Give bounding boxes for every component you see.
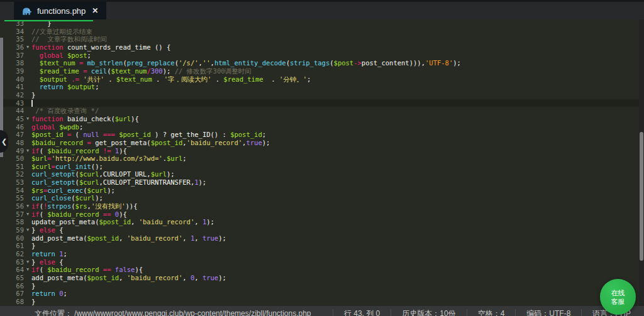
code-text[interactable]: $read_time = ceil($text_num/300); // 修改数… <box>31 67 252 75</box>
code-line[interactable]: 45▼function baidu_check($url){ <box>0 115 639 123</box>
code-text[interactable]: return $output; <box>31 83 99 91</box>
code-line[interactable]: 60add_post_meta($post_id, 'baidu_record'… <box>0 234 639 242</box>
text-cursor <box>31 100 33 107</box>
code-text[interactable]: curl_close($curl); <box>31 194 103 202</box>
fold-spacer <box>24 123 31 131</box>
code-text[interactable]: $baidu_record = get_post_meta($post_id,'… <box>31 139 270 147</box>
code-text[interactable]: curl_setopt($curl,CURLOPT_RETURNTRANSFER… <box>31 178 206 187</box>
code-line[interactable]: 48$baidu_record = get_post_meta($post_id… <box>0 139 639 147</box>
code-line[interactable]: 65add_post_meta($post_id, 'baidu_record'… <box>0 274 639 282</box>
code-text[interactable]: if(!strpos($rs,'没有找到')){ <box>31 202 138 210</box>
code-text[interactable]: } <box>31 91 35 99</box>
code-text[interactable]: return 1; <box>31 250 67 258</box>
fold-spacer <box>24 274 31 282</box>
code-line[interactable]: 53curl_setopt($curl,CURLOPT_RETURNTRANSF… <box>0 178 639 187</box>
code-line[interactable]: 42} <box>0 91 639 99</box>
code-text[interactable]: $post_id = ( null === $post_id ) ? get_t… <box>31 131 266 139</box>
editor-scrollbar-track[interactable] <box>639 19 644 306</box>
code-text[interactable]: if( $baidu_record == false){ <box>31 266 143 274</box>
code-line[interactable]: 39 $read_time = ceil($text_num/300); // … <box>0 67 639 75</box>
fold-arrow-icon[interactable]: ▼ <box>24 266 31 274</box>
code-line[interactable]: 54$rs=curl_exec($curl); <box>0 187 639 195</box>
file-path: /www/wwwroot/www.pengqi.club/wp-content/… <box>74 309 311 316</box>
code-line[interactable]: 57▼if( $baidu_record == 0){ <box>0 210 639 219</box>
online-support-label-1: 在线 <box>611 288 625 297</box>
code-line[interactable]: 49▼if( $baidu_record != 1){ <box>0 147 639 155</box>
code-text[interactable]: $text_num = mb_strlen(preg_replace('/s/'… <box>31 59 461 67</box>
fold-arrow-icon[interactable]: ▼ <box>24 43 31 52</box>
code-text[interactable]: update_post_meta($post_id, 'baidu_record… <box>31 218 214 226</box>
fold-arrow-icon[interactable]: ▼ <box>24 202 31 210</box>
line-number: 64 <box>0 266 24 274</box>
file-location: 文件位置： /www/wwwroot/www.pengqi.club/wp-co… <box>0 308 311 316</box>
code-text[interactable]: } <box>31 242 35 250</box>
code-text[interactable]: //文章过期提示结束 <box>31 28 92 36</box>
code-line[interactable]: 41 return $output; <box>0 83 639 91</box>
tab-close-icon[interactable]: ✕ <box>92 6 98 15</box>
code-editor[interactable]: 33 }34//文章过期提示结束35// 文章字数和阅读时间36▼functio… <box>0 19 639 306</box>
tab-functions-php[interactable]: functions.php ✕ <box>14 2 106 19</box>
code-text[interactable] <box>31 99 33 107</box>
code-text[interactable]: global $wpdb; <box>31 123 83 131</box>
code-text[interactable]: if( $baidu_record != 1){ <box>31 147 127 155</box>
code-line[interactable]: 47$post_id = ( null === $post_id ) ? get… <box>0 131 639 139</box>
code-text[interactable]: } <box>31 298 35 306</box>
code-text[interactable]: /* 百度收录查询 */ <box>31 107 99 115</box>
code-line[interactable]: 63▼} else { <box>0 258 639 266</box>
code-line[interactable]: 37 global $post; <box>0 52 639 60</box>
code-line[interactable]: 62return 1; <box>0 250 639 258</box>
code-line[interactable]: 58update_post_meta($post_id, 'baidu_reco… <box>0 218 639 226</box>
code-line[interactable]: 44 /* 百度收录查询 */ <box>0 107 639 115</box>
code-line[interactable]: 55curl_close($curl); <box>0 194 639 202</box>
code-text[interactable]: $output .= '共计' . $text_num . '字，阅读大约' .… <box>31 75 311 84</box>
code-text[interactable]: add_post_meta($post_id, 'baidu_record', … <box>31 234 226 242</box>
code-line[interactable]: 38 $text_num = mb_strlen(preg_replace('/… <box>0 59 639 67</box>
code-text[interactable]: } else { <box>31 258 64 266</box>
fold-arrow-icon[interactable]: ▼ <box>24 258 31 266</box>
code-text[interactable]: } <box>31 282 35 290</box>
code-line[interactable]: 51$curl=curl_init(); <box>0 163 639 171</box>
code-line[interactable]: 64▼if( $baidu_record == false){ <box>0 266 639 274</box>
code-line[interactable]: 33 } <box>0 19 639 28</box>
php-elephant-icon <box>22 7 32 15</box>
code-text[interactable]: global $post; <box>31 52 91 60</box>
fold-arrow-icon[interactable]: ▼ <box>24 210 31 219</box>
code-line[interactable]: 34//文章过期提示结束 <box>0 28 639 36</box>
code-text[interactable]: add_post_meta($post_id, 'baidu_record', … <box>31 274 226 282</box>
status-bar: 文件位置： /www/wwwroot/www.pengqi.club/wp-co… <box>0 306 644 316</box>
code-text[interactable]: $curl=curl_init(); <box>31 163 103 171</box>
code-text[interactable]: curl_setopt($curl,CURLOPT_URL,$url); <box>31 170 175 178</box>
code-text[interactable]: $rs=curl_exec($curl); <box>31 187 115 195</box>
code-line[interactable]: 61} <box>0 242 639 250</box>
fold-spacer <box>24 250 31 258</box>
fold-spacer <box>24 67 31 75</box>
code-line[interactable]: 50$url='http://www.baidu.com/s?wd='.$url… <box>0 155 639 163</box>
fold-spacer <box>24 75 31 84</box>
code-line[interactable]: 36▼function count_words_read_time () { <box>0 43 639 52</box>
code-line[interactable]: 46global $wpdb; <box>0 123 639 131</box>
code-line[interactable]: 56▼if(!strpos($rs,'没有找到')){ <box>0 202 639 210</box>
fold-arrow-icon[interactable]: ▼ <box>24 115 31 123</box>
fold-arrow-icon[interactable]: ▼ <box>24 226 31 234</box>
code-line[interactable]: 52curl_setopt($curl,CURLOPT_URL,$url); <box>0 170 639 178</box>
fold-spacer <box>24 170 31 178</box>
editor-scrollbar-thumb[interactable] <box>640 132 643 261</box>
code-line[interactable]: 67return 0; <box>0 290 639 298</box>
online-support-label-2: 客服 <box>611 297 625 306</box>
code-line[interactable]: 59▼} else { <box>0 226 639 234</box>
code-text[interactable]: function count_words_read_time () { <box>31 43 170 52</box>
code-text[interactable]: return 0; <box>31 290 67 298</box>
code-line[interactable]: 35// 文章字数和阅读时间 <box>0 35 639 43</box>
fold-arrow-icon[interactable]: ▼ <box>24 147 31 155</box>
code-text[interactable]: $url='http://www.baidu.com/s?wd='.$url; <box>31 155 187 163</box>
code-line[interactable]: 66} <box>0 282 639 290</box>
code-line[interactable]: 43 <box>0 99 639 107</box>
code-line[interactable]: 68} <box>0 298 639 306</box>
code-text[interactable]: } else { <box>31 226 64 234</box>
code-line[interactable]: 40 $output .= '共计' . $text_num . '字，阅读大约… <box>0 75 639 84</box>
online-support-button[interactable]: 在线 客服 <box>600 279 636 315</box>
fold-spacer <box>24 52 31 60</box>
code-text[interactable]: // 文章字数和阅读时间 <box>31 35 107 43</box>
code-text[interactable]: if( $baidu_record == 0){ <box>31 210 127 219</box>
code-text[interactable]: function baidu_check($url){ <box>31 115 139 123</box>
